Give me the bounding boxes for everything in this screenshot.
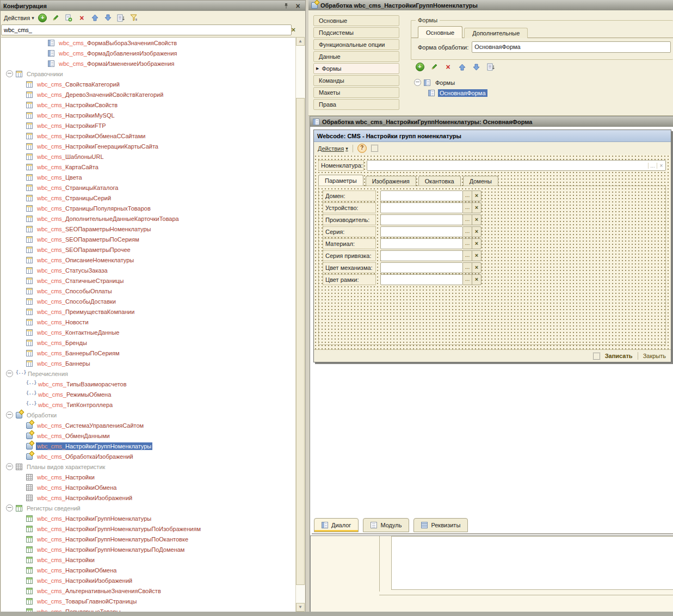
nomenclature-label[interactable]: Номенклатура: bbox=[318, 160, 364, 171]
clear-button[interactable] bbox=[472, 202, 481, 213]
search-input[interactable] bbox=[1, 24, 292, 35]
tree-item[interactable]: wbc_cms_Новости bbox=[1, 317, 297, 327]
page-tab-Окантовка[interactable]: Окантовка bbox=[418, 176, 461, 186]
move-down-icon[interactable] bbox=[472, 63, 481, 71]
tree-group[interactable]: Обработки bbox=[1, 410, 297, 420]
nomenclature-input[interactable]: ... × bbox=[367, 160, 666, 171]
tree-item[interactable]: wbc_cms_НастройкиГруппНоменклатуры bbox=[1, 441, 297, 451]
close-button[interactable]: Закрыть bbox=[643, 353, 666, 359]
tree-item[interactable]: wbc_cms_НастройкиОбмена bbox=[1, 565, 297, 575]
field-input[interactable] bbox=[380, 226, 463, 237]
expander-icon[interactable] bbox=[6, 411, 13, 418]
tree-item[interactable]: wbc_cms_СтраницыСерий bbox=[1, 193, 297, 203]
choose-button[interactable] bbox=[463, 250, 472, 261]
tree-item[interactable]: wbc_cms_НастройкиГруппНоменклатурыПоИзоб… bbox=[1, 523, 297, 534]
tree-item[interactable]: ОсновнаяФорма bbox=[412, 88, 487, 98]
tree-group[interactable]: Регистры сведений bbox=[1, 503, 297, 513]
scroll-thumb[interactable] bbox=[296, 98, 305, 585]
tree-item[interactable]: wbc_cms_Цвета bbox=[1, 172, 297, 182]
tree-item[interactable]: wbc_cms_НастройкиОбмена bbox=[1, 482, 297, 492]
tree-item[interactable]: wbc_cms_СтраницыКаталога bbox=[1, 182, 297, 193]
side-tab-Макеты[interactable]: Макеты bbox=[313, 87, 399, 98]
tree-scrollbar[interactable] bbox=[295, 37, 305, 612]
choose-button[interactable] bbox=[463, 262, 472, 273]
form-canvas[interactable]: Номенклатура: ... × ПараметрыИзображения… bbox=[314, 155, 671, 350]
tree-item[interactable]: wbc_cms_РежимыОбмена bbox=[1, 389, 297, 399]
field-input[interactable] bbox=[380, 274, 463, 285]
parameters-page[interactable]: Домен:Устройство:Производитель:Серия:Мат… bbox=[318, 186, 666, 345]
page-tab-Параметры[interactable]: Параметры bbox=[318, 175, 363, 186]
choose-button[interactable] bbox=[463, 214, 472, 225]
side-tab-Основные[interactable]: Основные bbox=[313, 15, 399, 26]
sort-list-icon[interactable] bbox=[116, 14, 126, 22]
tree-item[interactable]: wbc_cms_НастройкиMySQL bbox=[1, 110, 297, 120]
tree-item[interactable]: wbc_cms_АльтернативныеЗначенияСвойств bbox=[1, 586, 297, 596]
tree-item[interactable]: wbc_cms_КонтактныеДанные bbox=[1, 327, 297, 337]
tree-item[interactable]: wbc_cms_SEOПараметрыНоменклатуры bbox=[1, 224, 297, 234]
tree-item[interactable]: wbc_cms_ФормаИзменениеИзображения bbox=[1, 58, 297, 69]
actions-menu-button[interactable]: Действия bbox=[4, 15, 34, 21]
field-label[interactable]: Цвет механизма: bbox=[323, 262, 376, 273]
close-icon[interactable]: × bbox=[293, 2, 302, 10]
field-label[interactable]: Цвет рамки: bbox=[323, 274, 376, 285]
clear-button[interactable] bbox=[472, 262, 481, 273]
tree-item[interactable]: wbc_cms_ШаблоныURL bbox=[1, 151, 297, 162]
tree-item[interactable]: wbc_cms_Бренды bbox=[1, 337, 297, 348]
tree-item[interactable]: wbc_cms_СтатичныеСтраницы bbox=[1, 275, 297, 286]
tree-item[interactable]: wbc_cms_БаннерыПоСериям bbox=[1, 348, 297, 358]
tree-item[interactable]: wbc_cms_ТоварыГлавнойСтраницы bbox=[1, 596, 297, 606]
tree-item[interactable]: wbc_cms_ОбработкаИзображений bbox=[1, 451, 297, 461]
tree-item[interactable]: wbc_cms_ДополнительныеДанныеКарточкиТова… bbox=[1, 213, 297, 224]
add-icon[interactable] bbox=[415, 63, 424, 71]
tree-item[interactable]: wbc_cms_СтраницыПопулярныхТоваров bbox=[1, 203, 297, 213]
delete-icon[interactable]: × bbox=[77, 14, 87, 22]
scroll-down-icon[interactable] bbox=[296, 603, 305, 612]
move-up-icon[interactable] bbox=[90, 14, 100, 22]
tree-item[interactable]: wbc_cms_СвойстваКатегорий bbox=[1, 79, 297, 89]
add-copy-icon[interactable] bbox=[64, 14, 73, 22]
tree-item[interactable]: wbc_cms_НастройкиГруппНоменклатуры bbox=[1, 513, 297, 523]
field-input[interactable] bbox=[380, 262, 463, 273]
field-input[interactable] bbox=[380, 238, 463, 249]
clear-button[interactable] bbox=[472, 250, 481, 261]
clear-button[interactable] bbox=[472, 238, 481, 249]
expander-icon[interactable] bbox=[6, 463, 13, 470]
tree-item[interactable]: wbc_cms_НастройкиОбменаССайтами bbox=[1, 131, 297, 141]
selection-marquee-icon[interactable] bbox=[371, 145, 378, 152]
search-clear-icon[interactable]: × bbox=[291, 26, 295, 34]
tree-item[interactable]: wbc_cms_ФормаВыбораЗначенияСвойств bbox=[1, 38, 297, 48]
side-tab-Функциональные опции[interactable]: Функциональные опции bbox=[313, 39, 399, 50]
move-down-icon[interactable] bbox=[103, 14, 113, 22]
field-input[interactable] bbox=[380, 202, 463, 213]
tree-item[interactable]: wbc_cms_НастройкиСвойств bbox=[1, 100, 297, 110]
tree-item[interactable]: wbc_cms_СпособыОплаты bbox=[1, 286, 297, 296]
tree-item[interactable]: wbc_cms_ОбменДанными bbox=[1, 430, 297, 441]
group-tab-Основные[interactable]: Основные bbox=[418, 26, 462, 38]
edit-pencil-icon[interactable] bbox=[429, 63, 439, 71]
expander-icon[interactable] bbox=[414, 79, 421, 86]
tree-item[interactable]: wbc_cms_СпособыДоставки bbox=[1, 296, 297, 306]
choose-button[interactable] bbox=[463, 238, 472, 249]
clear-icon[interactable]: × bbox=[657, 163, 665, 169]
choose-button[interactable] bbox=[463, 190, 472, 201]
tree-item[interactable]: wbc_cms_ПреимуществаКомпании bbox=[1, 306, 297, 317]
clear-button[interactable] bbox=[472, 190, 481, 201]
delete-icon[interactable]: × bbox=[443, 63, 453, 71]
side-tab-Подсистемы[interactable]: Подсистемы bbox=[313, 27, 399, 38]
scroll-up-icon[interactable] bbox=[296, 37, 305, 46]
actions-menu-button[interactable]: Действия bbox=[318, 145, 348, 152]
filter-icon[interactable] bbox=[129, 14, 139, 22]
bottom-tab-Реквизиты[interactable]: Реквизиты bbox=[413, 518, 468, 532]
field-label[interactable]: Домен: bbox=[323, 190, 376, 201]
config-tree[interactable]: wbc_cms_ФормаВыбораЗначенияСвойствwbc_cm… bbox=[1, 37, 297, 612]
tree-group[interactable]: Перечисления bbox=[1, 368, 297, 379]
clear-button[interactable] bbox=[472, 274, 481, 285]
add-icon[interactable] bbox=[38, 14, 47, 22]
clear-button[interactable] bbox=[472, 226, 481, 237]
tree-item[interactable]: wbc_cms_СтатусыЗаказа bbox=[1, 265, 297, 275]
tree-item[interactable]: wbc_cms_SEOПараметрыПрочее bbox=[1, 244, 297, 255]
help-icon[interactable] bbox=[357, 144, 367, 153]
page-tab-Изображения[interactable]: Изображения bbox=[366, 176, 416, 186]
side-tab-Команды[interactable]: Команды bbox=[313, 75, 399, 86]
tree-item[interactable]: wbc_cms_НастройкиИзображений bbox=[1, 492, 297, 503]
